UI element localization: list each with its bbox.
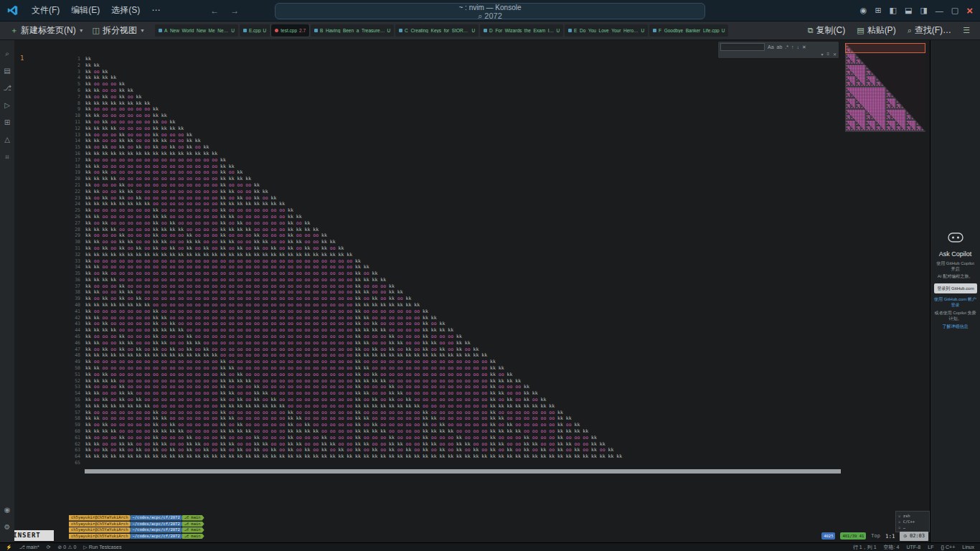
tab[interactable]: A_New_World_New_Me_New_Array.cppU: [155, 24, 238, 37]
find-menu-icon[interactable]: ≡: [826, 52, 829, 57]
terminal-line: 63kk oo kk oo kk oo kk oo kk oo kk oo kk…: [69, 447, 930, 453]
line-number: 22: [69, 189, 80, 195]
copy-button[interactable]: ⧉ 复制(C): [804, 23, 850, 39]
tab-label: D_For_Wizards_the_Exam_Is_Easy_but_I_Cou…: [489, 28, 554, 33]
statusbar-item[interactable]: ⊘ 0 ⚠ 0: [58, 545, 77, 550]
tab[interactable]: test.cpp2.7: [271, 24, 309, 37]
statusbar-item[interactable]: ⎇ main*: [19, 545, 39, 550]
run-debug-icon[interactable]: ▷: [4, 99, 10, 116]
line-number: 26: [69, 214, 80, 220]
nav-back-icon[interactable]: ←: [210, 6, 219, 16]
statusbar-item[interactable]: LF: [928, 545, 933, 550]
process-list-item[interactable]: zsh: [898, 513, 927, 519]
regex-icon[interactable]: .*: [785, 44, 788, 50]
line-content: kk oo kk oo oo oo oo oo kk oo kk oo oo o…: [85, 220, 313, 227]
split-view-button[interactable]: ◫ 拆分视图 ▼: [88, 23, 149, 39]
prompt-path: ~/codes/acpc/cf/2072: [130, 527, 183, 533]
tab[interactable]: B_Having_Been_a_Treasurer_in_the_Past_I_…: [311, 24, 394, 37]
toolbar-menu-button[interactable]: ☰: [958, 23, 974, 39]
layout-grid-icon[interactable]: ⊞: [875, 6, 881, 15]
menu-item[interactable]: 选择(S): [105, 0, 146, 21]
process-list-item[interactable]: …: [898, 524, 927, 530]
layout-panel-icon[interactable]: ⬓: [905, 6, 912, 15]
minimap-viewport[interactable]: [845, 43, 925, 53]
terminal-line: 31kk oo kk oo kk oo kk oo kk oo kk oo kk…: [69, 245, 930, 252]
tab[interactable]: F_Goodbye_Banker_Life.cppU: [649, 24, 728, 37]
line-number: 52: [69, 378, 80, 385]
statusbar-item[interactable]: {} C++: [941, 545, 955, 550]
account-icon[interactable]: ◉: [860, 6, 867, 15]
match-case-icon[interactable]: Aa: [768, 44, 774, 50]
statusbar-item[interactable]: 空格: 4: [884, 544, 900, 551]
terminal-line: 61kk oo oo oo kk oo oo oo kk oo oo oo kk…: [69, 435, 930, 441]
statusbar-item[interactable]: 行 1，列 1: [853, 544, 877, 551]
menu-item[interactable]: ⋯: [146, 0, 166, 21]
settings-gear-icon[interactable]: ⚙: [4, 521, 11, 538]
line-content: kk oo kk oo oo oo oo oo kk oo kk: [85, 119, 178, 126]
menu-item[interactable]: 编辑(E): [65, 0, 105, 21]
find-input[interactable]: [720, 43, 765, 51]
statusbar-item[interactable]: ⟳: [47, 545, 51, 550]
status-bar: ⚡ ⎇ main*⟳ ⊘ 0 ⚠ 0▷ Run Testcases 行 1，列 …: [0, 542, 980, 551]
close-icon[interactable]: ✕: [802, 44, 806, 50]
layout-secondary-sidebar-icon[interactable]: ◨: [920, 6, 927, 15]
terminal[interactable]: 1 Aa ab .* ↑ ↓ ✕ ▾ ≡ ✕ 1kk 2kk kk 3: [14, 40, 930, 542]
line-number: 38: [69, 289, 80, 296]
source-control-icon[interactable]: ⎇: [3, 82, 11, 99]
window-maximize-button[interactable]: ▢: [951, 6, 958, 15]
copilot-learn-more-link[interactable]: 了解详细信息: [934, 324, 976, 329]
close-icon[interactable]: ✕: [833, 52, 837, 57]
find-prev-icon[interactable]: ↑: [791, 44, 794, 50]
whole-word-icon[interactable]: ab: [777, 44, 783, 50]
nav-forward-icon[interactable]: →: [230, 6, 239, 16]
search-icon[interactable]: ⌕: [5, 47, 9, 65]
find-button[interactable]: ⌕ 查找(F)…: [903, 23, 956, 39]
statusbar-item[interactable]: UTF-8: [906, 545, 920, 550]
cursor-position: 1:1: [885, 533, 895, 540]
terminal-line: 53kk oo oo oo kk oo oo oo oo oo oo oo oo…: [69, 384, 930, 390]
process-list-item[interactable]: C/C++: [898, 519, 927, 524]
find-next-icon[interactable]: ↓: [797, 44, 800, 50]
testing-icon[interactable]: △: [4, 133, 10, 151]
github-signin-button[interactable]: 登录到 GitHub.com: [934, 283, 977, 293]
command-center[interactable]: ~ : nvim — Konsole ⌕ 2072: [275, 3, 705, 19]
window-minimize-button[interactable]: —: [936, 6, 943, 15]
line-content: kk oo oo oo kk oo oo oo oo oo oo oo oo o…: [85, 283, 397, 290]
window-close-button[interactable]: ×: [966, 5, 973, 16]
statusbar-item[interactable]: ▷ Run Testcases: [83, 545, 121, 550]
explorer-icon[interactable]: ▤: [4, 65, 10, 82]
statusbar-item[interactable]: ⚡: [6, 545, 12, 550]
menu-item[interactable]: 文件(F): [26, 0, 65, 21]
find-options-icon[interactable]: ▾: [821, 52, 823, 57]
terminal-line: 29kk oo oo oo kk oo oo oo kk oo oo oo kk…: [69, 232, 930, 239]
line-number: 6: [69, 88, 80, 94]
line-content: kk: [85, 56, 94, 62]
terminal-line: 10kk kk oo oo oo oo oo oo kk kk: [69, 113, 930, 119]
minimap[interactable]: [845, 43, 925, 132]
line-content: kk kk kk kk oo oo oo oo oo oo oo oo oo o…: [85, 277, 389, 283]
tab[interactable]: C_Creating_Keys_for_StORages_Has_Become_…: [395, 24, 479, 37]
line-number: 53: [69, 384, 80, 390]
extensions-icon[interactable]: ⊞: [4, 116, 10, 133]
line-number: 45: [69, 334, 80, 340]
tab[interactable]: E_Do_You_Love_Your_Hero_and_His_Two_Hit_…: [565, 24, 648, 37]
terminal-line: 32kk kk kk kk kk kk kk kk kk kk kk kk kk…: [69, 252, 930, 258]
line-number: 11: [69, 119, 80, 126]
line-number: 30: [69, 239, 80, 245]
layout-sidebar-icon[interactable]: ◧: [890, 6, 897, 15]
line-number: 56: [69, 403, 80, 410]
statusbar-item[interactable]: Linux: [962, 545, 974, 550]
terminal-line: 14kk kk oo oo kk kk oo oo kk kk oo oo kk…: [69, 138, 930, 144]
tab[interactable]: D_For_Wizards_the_Exam_Is_Easy_but_I_Cou…: [480, 24, 563, 37]
terminal-line: 4kk kk kk kk: [69, 75, 930, 81]
new-tab-button[interactable]: ＋ 新建标签页(N) ▼: [6, 23, 88, 39]
remote-icon[interactable]: ⌗: [5, 151, 9, 168]
paste-button[interactable]: ▤ 粘贴(P): [852, 23, 900, 39]
github-account-link[interactable]: 使用 GitHub.com 帐户登录: [934, 296, 976, 308]
process-popup: zshC/C++…: [895, 511, 930, 532]
account-icon[interactable]: ◉: [4, 504, 11, 521]
terminal-line: 16kk kk kk kk kk kk kk kk kk kk kk kk kk…: [69, 151, 930, 157]
line-number: 43: [69, 321, 80, 327]
line-content: kk kk kk kk kk kk kk kk oo oo oo oo oo o…: [85, 201, 288, 207]
tab[interactable]: E.cppU: [240, 24, 270, 37]
